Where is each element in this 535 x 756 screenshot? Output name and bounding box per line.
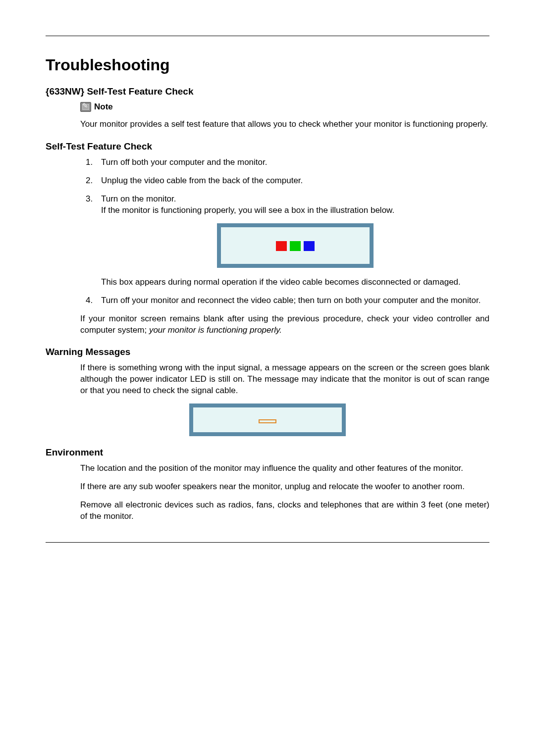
steps-list: Turn off both your computer and the moni…: [46, 157, 489, 306]
closing-italic: your monitor is functioning properly.: [149, 325, 282, 335]
env-paragraph: If there are any sub woofer speakers nea…: [80, 481, 489, 493]
top-divider: [46, 36, 489, 36]
section-heading-environment: Environment: [46, 447, 489, 458]
step-item: Unplug the video cable from the back of …: [95, 175, 489, 187]
document-page: Troubleshooting {633NW} Self-Test Featur…: [0, 0, 535, 756]
page-title: Troubleshooting: [46, 56, 489, 74]
note-icon: [80, 102, 91, 112]
section-heading-selftest: Self-Test Feature Check: [46, 141, 489, 152]
osd-help-button: [259, 419, 276, 423]
step-subtext: If the monitor is functioning properly, …: [101, 205, 489, 216]
step-item: Turn off your monitor and reconnect the …: [95, 295, 489, 306]
red-square-icon: [276, 241, 287, 251]
step-item: Turn on the monitor. If the monitor is f…: [95, 194, 489, 288]
closing-paragraph: If your monitor screen remains blank aft…: [80, 313, 489, 336]
osd-check-signal-box: [217, 223, 374, 268]
step-item: Turn off both your computer and the moni…: [95, 157, 489, 168]
bottom-divider: [46, 542, 489, 543]
rgb-squares: [226, 241, 365, 251]
step-subtext: This box appears during normal operation…: [101, 277, 489, 288]
env-paragraph: Remove all electronic devices such as ra…: [80, 500, 489, 522]
warning-body: If there is something wrong with the inp…: [80, 362, 489, 397]
green-square-icon: [290, 241, 301, 251]
osd-inner: [221, 227, 370, 264]
section-heading-warning: Warning Messages: [46, 347, 489, 357]
osd-not-optimum-box: [189, 403, 346, 436]
section-heading-selftest-model: {633NW} Self-Test Feature Check: [46, 86, 489, 97]
osd-inner: [193, 407, 342, 432]
step-text: Turn on the monitor.: [101, 194, 176, 203]
env-paragraph: The location and the position of the mon…: [80, 463, 489, 474]
note-label: Note: [94, 102, 113, 112]
note-row: Note: [80, 102, 489, 112]
note-body: Your monitor provides a self test featur…: [80, 119, 489, 130]
blue-square-icon: [304, 241, 315, 251]
closing-plain: If your monitor screen remains blank aft…: [80, 314, 489, 335]
